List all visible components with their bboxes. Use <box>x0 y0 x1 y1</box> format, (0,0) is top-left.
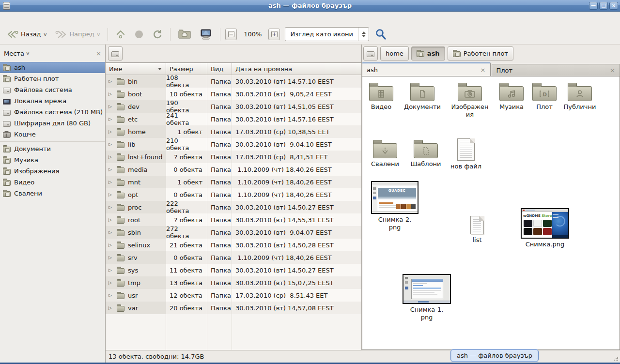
sidebar-selector-icon[interactable]: ∨ <box>26 51 30 56</box>
table-row[interactable]: ▷ opt 0 обекта Папка 1.10.2009 (чт) 18,4… <box>106 188 361 201</box>
menu-item[interactable] <box>31 17 41 20</box>
resize-grip[interactable] <box>613 356 619 362</box>
breadcrumb-home-button[interactable]: home <box>380 46 409 61</box>
expander-icon[interactable]: ▷ <box>108 79 113 84</box>
table-row[interactable]: ▷ root ? обекта Папка 30.03.2010 (вт) 14… <box>106 213 361 226</box>
forward-dropdown-icon[interactable]: ∨ <box>96 32 100 37</box>
table-row[interactable]: ▷ home 1 обект Папка 17.03.2010 (ср) 10,… <box>106 125 361 138</box>
sidebar-item[interactable]: Свалени <box>0 188 105 199</box>
breadcrumb-ash-button[interactable]: ash <box>411 46 445 61</box>
breadcrumb-root-button[interactable] <box>363 46 378 61</box>
breadcrumb-desktop-button[interactable]: Работен плот <box>448 46 513 61</box>
computer-button[interactable] <box>197 27 215 42</box>
sidebar-item[interactable]: Локална мрежа <box>0 95 105 106</box>
sidebar-title[interactable]: Места <box>4 50 24 57</box>
sidebar-close-icon[interactable]: × <box>96 50 101 57</box>
folder-item-videos[interactable]: Видео <box>364 82 399 111</box>
table-row[interactable]: ▷ lib 210 обекта Папка 30.03.2010 (вт) 9… <box>106 138 361 151</box>
column-header-size[interactable]: Размер <box>166 63 207 75</box>
sidebar-item[interactable]: Файлова система (210 MB) <box>0 106 105 118</box>
expander-icon[interactable]: ▷ <box>108 205 113 210</box>
zoom-in-button[interactable]: + <box>268 29 280 40</box>
expander-icon[interactable]: ▷ <box>108 268 113 273</box>
tab-ash[interactable]: ash × <box>362 62 491 76</box>
expander-icon[interactable]: ▷ <box>108 104 113 109</box>
search-button[interactable] <box>372 27 389 42</box>
table-row[interactable]: ▷ etc 241 обекта Папка 30.03.2010 (вт) 1… <box>106 113 361 125</box>
sidebar-item[interactable]: Файлова система <box>0 84 105 95</box>
table-row[interactable]: ▷ proc 222 обекта Папка 30.03.2010 (вт) … <box>106 201 361 213</box>
back-dropdown-icon[interactable]: ∨ <box>43 32 47 37</box>
menu-item[interactable] <box>2 17 12 20</box>
expander-icon[interactable]: ▷ <box>108 180 113 184</box>
folder-item-pictures[interactable]: Изображен ия <box>450 82 490 118</box>
table-row[interactable]: ▷ lost+found ? обекта Папка 17.03.2010 (… <box>106 151 361 163</box>
table-row[interactable]: ▷ sys 11 обекта Папка 30.03.2010 (вт) 14… <box>106 264 361 276</box>
column-header-type[interactable]: Вид <box>207 63 232 75</box>
expander-icon[interactable]: ▷ <box>108 243 113 247</box>
zoom-out-button[interactable]: − <box>225 29 237 40</box>
expander-icon[interactable]: ▷ <box>108 305 113 310</box>
expander-icon[interactable]: ▷ <box>108 230 113 235</box>
icon-canvas[interactable]: Видео Документи Изображен <box>362 76 620 350</box>
file-item-snimka[interactable]: wGNOME Store <box>520 208 570 248</box>
expander-icon[interactable]: ▷ <box>108 293 113 298</box>
up-button[interactable] <box>113 28 128 41</box>
file-item-snimka-2[interactable]: GUADEC Снимка-2. png <box>369 181 420 231</box>
expander-icon[interactable]: ▷ <box>108 142 113 147</box>
sidebar-item[interactable]: Изображения <box>0 166 105 177</box>
sidebar-item[interactable]: Кошче <box>0 129 105 140</box>
home-button[interactable] <box>175 28 194 41</box>
table-row[interactable]: ▷ var 20 обекта Папка 30.03.2010 (вт) 14… <box>106 302 361 314</box>
expander-icon[interactable]: ▷ <box>108 129 113 134</box>
table-row[interactable]: ▷ usr 12 обекта Папка 17.03.2010 (ср) 8,… <box>106 289 361 302</box>
table-row[interactable]: ▷ bin 108 обекта Папка 30.03.2010 (вт) 1… <box>106 75 361 88</box>
menu-item[interactable] <box>21 17 31 20</box>
sidebar-item[interactable]: ash <box>0 62 105 73</box>
folder-item-documents[interactable]: Документи <box>404 82 441 111</box>
table-row[interactable]: ▷ media 0 обекта Папка 1.10.2009 (чт) 18… <box>106 163 361 176</box>
sidebar-item[interactable]: Документи <box>0 143 105 154</box>
table-row[interactable]: ▷ sbin 272 обекта Папка 30.03.2010 (вт) … <box>106 226 361 239</box>
table-row[interactable]: ▷ srv 0 обекта Папка 1.10.2009 (чт) 18,4… <box>106 251 361 264</box>
view-mode-select[interactable]: Изглед като икони <box>285 27 369 41</box>
expander-icon[interactable]: ▷ <box>108 91 113 96</box>
sidebar-item[interactable]: Работен плот <box>0 73 105 84</box>
expander-icon[interactable]: ▷ <box>108 167 113 172</box>
table-row[interactable]: ▷ boot 10 обекта Папка 30.03.2010 (вт) 9… <box>106 88 361 100</box>
back-button[interactable]: Назад ∨ <box>4 29 49 40</box>
expander-icon[interactable]: ▷ <box>108 117 113 121</box>
menu-item[interactable] <box>12 17 21 20</box>
root-location-button[interactable] <box>108 46 123 61</box>
expander-icon[interactable]: ▷ <box>108 217 113 222</box>
table-row[interactable]: ▷ selinux 21 обекта Папка 30.03.2010 (вт… <box>106 239 361 251</box>
sidebar-item[interactable]: Музика <box>0 154 105 166</box>
folder-item-desktop[interactable]: D Плот <box>527 82 562 111</box>
file-item-snimka-1[interactable]: Снимка-1. png <box>402 274 452 321</box>
close-button[interactable]: × <box>609 2 618 10</box>
sidebar-item[interactable]: Шифриран дял (80 GB) <box>0 118 105 129</box>
expander-icon[interactable]: ▷ <box>108 280 113 285</box>
stop-button[interactable] <box>131 28 147 41</box>
expander-icon[interactable]: ▷ <box>108 154 113 159</box>
tab-close-icon[interactable]: × <box>480 66 486 74</box>
table-row[interactable]: ▷ tmp 13 обекта Папка 30.03.2010 (вт) 15… <box>106 276 361 289</box>
folder-item-public[interactable]: Публични <box>561 82 598 111</box>
file-item-list[interactable]: list <box>460 216 495 244</box>
folder-item-music[interactable]: Музика <box>493 82 530 111</box>
sidebar-item[interactable]: Видео <box>0 177 105 188</box>
column-header-name[interactable]: Име <box>106 63 166 75</box>
folder-item-templates[interactable]: Шаблони <box>408 139 443 168</box>
menu-item[interactable] <box>41 17 50 20</box>
folder-item-downloads[interactable]: Свалени <box>368 139 403 168</box>
tab-close-icon[interactable]: × <box>610 67 615 74</box>
file-item-new-file[interactable]: нов файл <box>449 138 483 170</box>
column-header-date[interactable]: Дата на промяна <box>232 63 361 75</box>
forward-button[interactable]: Напред ∨ <box>52 29 103 40</box>
expander-icon[interactable]: ▷ <box>108 192 113 197</box>
maximize-button[interactable]: □ <box>599 2 608 10</box>
tab-plot[interactable]: Плот × <box>492 64 620 76</box>
table-row[interactable]: ▷ mnt 1 обект Папка 1.10.2009 (чт) 18,40… <box>106 176 361 188</box>
menu-item[interactable] <box>50 17 60 20</box>
table-row[interactable]: ▷ dev 190 обекта Папка 30.03.2010 (вт) 1… <box>106 100 361 113</box>
